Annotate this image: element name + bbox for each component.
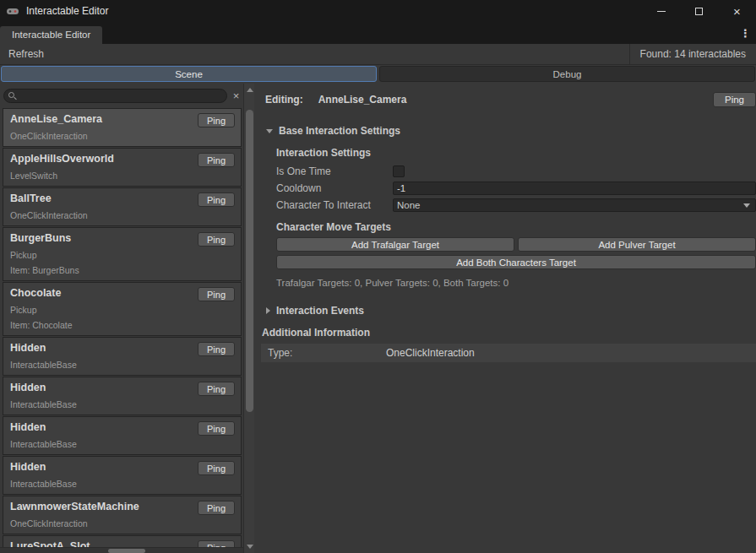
item-subtitle: InteractableBase [10,479,192,489]
toolbar: Refresh Found: 14 interactables [0,44,756,65]
item-subtitle: InteractableBase [10,360,192,370]
base-settings-section: Interaction Settings Is One Time Cooldow… [276,147,756,288]
list-item[interactable]: LawnmowerStateMachine OneClickInteractio… [3,496,242,534]
minimize-button[interactable] [642,0,680,22]
type-value: OneClickInteraction [386,347,475,359]
ping-button[interactable]: Ping [198,501,235,515]
search-input[interactable] [3,89,227,103]
foldout-label: Base Interaction Settings [279,125,400,137]
foldout-open-arrow-icon [266,129,273,133]
item-subtitle: InteractableBase [10,439,192,449]
maximize-icon [695,8,703,15]
dropdown-arrow-icon [743,203,750,208]
kebab-menu-icon[interactable]: ⋮ [740,27,756,44]
ping-button[interactable]: Ping [198,421,235,436]
editing-header: Editing: AnneLise_Camera Ping [261,92,756,107]
vertical-scrollbar[interactable] [243,84,254,553]
cooldown-field[interactable]: -1 [393,182,756,195]
foldout-interaction-events[interactable]: Interaction Events [266,305,756,317]
window-controls: × [642,0,756,22]
inspector-panel: Editing: AnneLise_Camera Ping Base Inter… [254,84,756,553]
ping-button[interactable]: Ping [198,342,235,356]
ping-button[interactable]: Ping [713,92,756,107]
list-item[interactable]: BallTree OneClickInteraction Ping [3,187,242,226]
interactable-list: AnneLise_Camera OneClickInteraction Ping… [0,106,243,553]
tab-scene[interactable]: Scene [1,66,377,82]
window-title: Interactable Editor [26,5,108,17]
list-item[interactable]: Chocolate Pickup Item: Chocolate Ping [3,282,242,336]
item-subtitle: LevelSwitch [10,171,192,181]
list-item[interactable]: AnneLise_Camera OneClickInteraction Ping [3,108,242,147]
close-icon: × [733,5,741,18]
item-subtitle: Pickup [10,305,192,315]
app-icon [6,4,19,18]
ping-button[interactable]: Ping [198,192,235,207]
foldout-base-interaction-settings[interactable]: Base Interaction Settings [266,125,756,137]
list-item[interactable]: Hidden InteractableBase Ping [3,377,242,415]
cooldown-label: Cooldown [276,182,393,194]
item-subtitle: InteractableBase [10,399,192,409]
additional-information-header: Additional Information [262,327,756,339]
horizontal-scrollbar[interactable] [0,547,243,553]
ping-button[interactable]: Ping [198,232,235,247]
maximize-button[interactable] [680,0,718,22]
ping-button[interactable]: Ping [198,287,235,301]
search-icon [8,92,14,98]
tab-debug[interactable]: Debug [379,66,755,82]
is-one-time-checkbox[interactable] [393,165,405,177]
item-name: Hidden [10,342,192,355]
close-button[interactable]: × [718,0,756,22]
add-trafalgar-target-button[interactable]: Add Trafalgar Target [276,237,514,252]
list-item[interactable]: Hidden InteractableBase Ping [3,337,242,376]
found-count-label: Found: 14 interactables [629,44,756,64]
character-move-targets-header: Character Move Targets [276,221,756,233]
refresh-button[interactable]: Refresh [0,44,52,64]
vertical-scrollbar-thumb[interactable] [246,110,253,412]
item-name: Hidden [10,461,192,474]
item-subtitle: Item: BurgerBuns [10,265,192,275]
type-row: Type: OneClickInteraction [261,344,756,362]
editing-value: AnneLise_Camera [318,94,407,106]
ping-button[interactable]: Ping [198,461,235,475]
item-name: Hidden [10,421,192,434]
is-one-time-label: Is One Time [276,165,393,177]
ping-button[interactable]: Ping [198,113,235,127]
interaction-settings-header: Interaction Settings [276,147,756,159]
tab-interactable-editor[interactable]: Interactable Editor [0,26,102,44]
item-name: Chocolate [10,287,192,300]
ping-button[interactable]: Ping [198,382,235,396]
foldout-collapsed-arrow-icon [266,307,270,314]
ping-button[interactable]: Ping [198,153,235,167]
character-to-interact-row: Character To Interact None [276,197,756,214]
minimize-icon [657,11,666,12]
character-to-interact-dropdown[interactable]: None [393,198,756,212]
horizontal-scrollbar-thumb[interactable] [108,549,145,553]
item-subtitle: OneClickInteraction [10,210,192,220]
item-subtitle: Item: Chocolate [10,320,192,330]
list-item[interactable]: Hidden InteractableBase Ping [3,416,242,455]
document-tabstrip: Interactable Editor ⋮ [0,22,756,44]
item-name: Hidden [10,382,192,394]
item-name: BallTree [10,192,192,205]
editing-label: Editing: [265,94,303,106]
scene-list-panel: × AnneLise_Camera OneClickInteraction Pi… [0,84,254,553]
item-subtitle: OneClickInteraction [10,518,192,529]
item-subtitle: Pickup [10,250,192,260]
item-name: LawnmowerStateMachine [10,501,192,513]
item-name: BurgerBuns [10,232,192,245]
titlebar: Interactable Editor × [0,0,756,22]
foldout-label: Interaction Events [276,305,364,317]
search-clear-button[interactable]: × [231,90,242,101]
character-to-interact-label: Character To Interact [276,199,393,211]
add-pulver-target-button[interactable]: Add Pulver Target [518,237,756,252]
dropdown-value: None [397,200,421,210]
list-item[interactable]: Hidden InteractableBase Ping [3,456,242,495]
scroll-down-icon[interactable] [247,545,253,549]
cooldown-row: Cooldown -1 [276,180,756,197]
add-both-characters-target-button[interactable]: Add Both Characters Target [276,255,756,269]
list-item[interactable]: BurgerBuns Pickup Item: BurgerBuns Ping [3,227,242,281]
scroll-up-icon[interactable] [247,88,253,92]
list-item[interactable]: AppleHillsOverworld LevelSwitch Ping [3,148,242,187]
main-area: × AnneLise_Camera OneClickInteraction Pi… [0,84,756,553]
view-tabs: Scene Debug [0,65,756,84]
